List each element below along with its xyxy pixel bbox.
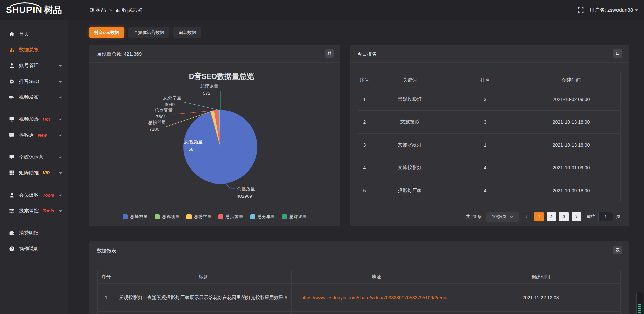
report-table-header-row: 序号标题地址创建时间 — [98, 270, 621, 284]
report-panel-title: 数据报表 — [97, 248, 116, 254]
rank-cell: 3 — [448, 88, 522, 111]
chevron-down-icon — [58, 171, 62, 175]
pagination: 共 23 条 10条/页 123 前往 页 — [466, 212, 621, 222]
next-page-button[interactable] — [572, 212, 581, 221]
legend-item-总分享量[interactable]: 总分享量 — [250, 214, 275, 220]
user-menu[interactable]: 用户名: zswodun88 — [590, 7, 639, 13]
sidebar-item-label: 会员爆客 — [19, 192, 39, 198]
rank-day-button[interactable]: 日 — [613, 49, 622, 58]
breadcrumb-root-label: 树品 — [96, 7, 106, 13]
report-cell-title: 景观投影灯，夜游景观投影灯厂家展示展示落花灯在花园里的灯光投影应用效果 # — [115, 284, 292, 312]
rank-column-序号: 序号 — [358, 72, 371, 88]
rank-cell: 4 — [358, 156, 371, 179]
sidebar-item-首页[interactable]: 首页 — [0, 26, 68, 42]
bar-chart-icon — [115, 8, 120, 12]
top-header: SHUPIN 树品 树品 > 数据总览 用户名: zswodun88 — [0, 0, 644, 20]
user-label: 用户名: zswodun88 — [590, 7, 633, 13]
sidebar-item-label: 矩阵助推 — [19, 170, 39, 176]
header-right: 用户名: zswodun88 — [578, 0, 639, 20]
legend-swatch — [123, 214, 128, 219]
report-column-地址: 地址 — [291, 270, 461, 284]
overview-panel: 展现量总数: 421,369 总 D音SEO数据量总览总播放量402909总视频… — [89, 45, 340, 226]
report-table-button[interactable]: 表 — [613, 246, 622, 254]
page-button-1[interactable]: 1 — [534, 212, 544, 221]
pie-label-name: 总粉丝量 — [148, 120, 166, 125]
prev-page-button[interactable] — [522, 212, 531, 221]
page-button-3[interactable]: 3 — [559, 212, 569, 221]
sidebar-item-抖客通[interactable]: 抖客通New — [0, 127, 68, 143]
rank-table: 序号关键词排名创建时间 1景观投影灯32021-10-02 09:002文旅投影… — [358, 72, 621, 202]
rank-cell: 投影灯厂家 — [371, 179, 448, 202]
rank-cell: 3 — [358, 134, 371, 156]
breadcrumb-root[interactable]: 树品 — [89, 7, 106, 13]
monitor-icon — [9, 154, 15, 160]
legend-item-总视频量[interactable]: 总视频量 — [155, 214, 179, 220]
report-column-创建时间: 创建时间 — [461, 270, 620, 284]
bar-chart-icon — [9, 47, 15, 53]
page-size-select[interactable]: 10条/页 — [486, 212, 519, 222]
app-logo: SHUPIN 树品 — [6, 3, 68, 17]
scroll-widget[interactable] — [636, 292, 643, 314]
video-camera-icon — [9, 94, 15, 100]
overview-panel-header: 展现量总数: 421,369 总 — [89, 45, 340, 63]
sidebar-item-操作说明[interactable]: ?操作说明 — [0, 241, 68, 257]
question-icon: ? — [9, 246, 15, 252]
sidebar-item-视频发布[interactable]: 视频发布 — [0, 89, 68, 105]
screen-icon — [9, 116, 15, 122]
report-table: 序号标题地址创建时间 1景观投影灯，夜游景观投影灯厂家展示展示落花灯在花园里的灯… — [97, 270, 621, 314]
overview-total-label: 展现量总数: 421,369 — [97, 51, 142, 57]
logo-arc — [9, 2, 41, 7]
legend-item-总播放量[interactable]: 总播放量 — [123, 214, 148, 220]
pie-label-name: 总点赞量 — [154, 108, 173, 113]
chevron-down-icon — [58, 80, 62, 84]
pie-label-name: 总视频量 — [184, 139, 203, 144]
sidebar-item-label: 消费明细 — [19, 230, 39, 236]
goto-page-input[interactable] — [598, 212, 613, 221]
pie-label-name: 总播放量 — [236, 186, 255, 191]
report-cell-no: 1 — [98, 284, 115, 312]
rank-cell: 文旅投影 — [371, 111, 448, 134]
pie-label-value: 402909 — [237, 194, 252, 199]
svg-text:?: ? — [11, 247, 13, 251]
tab-全媒体运营数据[interactable]: 全媒体运营数据 — [128, 27, 169, 38]
sidebar-item-账号管理[interactable]: 账号管理 — [0, 58, 68, 73]
pie-label-value: 572 — [203, 91, 211, 96]
today-rank-panel: 今日排名 日 序号关键词排名创建时间 1景观投影灯32021-10-02 09:… — [350, 45, 629, 226]
wallet-icon — [9, 230, 15, 236]
sidebar-item-label: 数据总览 — [19, 47, 39, 53]
sidebar-item-label: 线索监控 — [19, 208, 39, 214]
sidebar-item-全媒体运营[interactable]: 全媒体运营 — [0, 149, 68, 165]
pie-label-name: 总分享量 — [163, 95, 181, 100]
page-button-2[interactable]: 2 — [547, 212, 556, 221]
rank-cell: 4 — [448, 156, 522, 179]
sidebar-item-线索监控[interactable]: 线索监控Tools — [0, 203, 68, 219]
chevron-left-icon — [525, 215, 529, 219]
breadcrumb-current[interactable]: 数据总览 — [115, 7, 142, 13]
sidebar-item-矩阵助推[interactable]: 矩阵助推VIP — [0, 165, 68, 181]
sidebar-item-label: 视频加热 — [19, 116, 39, 122]
pie-label-value: 7681 — [156, 114, 166, 119]
sidebar-item-抖音SEO[interactable]: 抖音SEO — [0, 73, 68, 89]
fullscreen-icon[interactable] — [578, 7, 584, 13]
tab-询盘数据[interactable]: 询盘数据 — [173, 27, 201, 38]
legend-item-总评论量[interactable]: 总评论量 — [282, 214, 307, 220]
overview-total-button[interactable]: 总 — [325, 49, 334, 58]
rank-cell: 2021-10-13 18:00 — [522, 134, 621, 156]
report-link[interactable]: https://www.iesdouyin.com/share/video/70… — [301, 295, 451, 300]
sidebar-group-divider — [5, 222, 64, 222]
rank-cell: 文旅水纹灯 — [371, 134, 448, 156]
label-line-总播放量 — [225, 184, 235, 188]
sidebar-item-视频加热[interactable]: 视频加热Hot — [0, 111, 68, 127]
legend-swatch — [250, 214, 255, 219]
sidebar-item-badge: VIP — [43, 170, 50, 175]
label-line-总评论量 — [215, 91, 220, 110]
sidebar-item-数据总览[interactable]: 数据总览 — [0, 42, 68, 58]
sidebar-item-会员爆客[interactable]: 会员爆客Tools — [0, 187, 68, 203]
legend-item-总粉丝量[interactable]: 总粉丝量 — [186, 214, 211, 220]
chevron-down-icon — [509, 215, 513, 219]
tab-抖音seo数据[interactable]: 抖音seo数据 — [89, 27, 124, 38]
sidebar-item-消费明细[interactable]: 消费明细 — [0, 225, 68, 241]
legend-item-总点赞量[interactable]: 总点赞量 — [218, 214, 243, 220]
sidebar: 首页数据总览账号管理抖音SEO视频发布视频加热Hot抖客通New全媒体运营矩阵助… — [0, 20, 68, 314]
sidebar-item-label: 抖音SEO — [19, 78, 39, 85]
